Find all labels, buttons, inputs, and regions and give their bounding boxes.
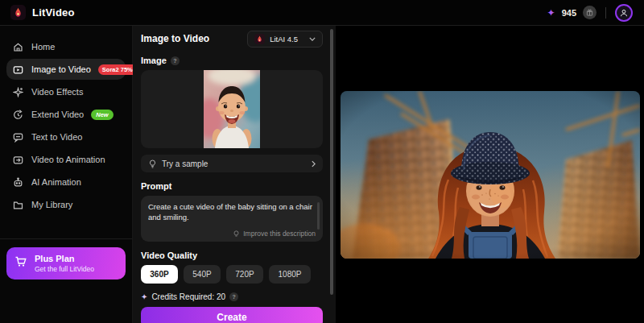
sidebar-item-label: Extend Video [31, 110, 84, 119]
new-badge: New [91, 110, 113, 120]
credits-count: 945 [562, 8, 576, 18]
sidebar-item-text-to-video[interactable]: Text to Video [6, 126, 126, 147]
model-name: LitAI 4.5 [270, 35, 298, 43]
quality-1080p-button[interactable]: 1080P [269, 265, 311, 284]
improve-description-label: Improve this description [243, 230, 316, 238]
plus-plan-card[interactable]: Plus Plan Get the full LitVideo [6, 247, 126, 280]
sidebar-item-label: AI Animation [31, 177, 81, 187]
panel-header: Image to Video LitAI 4.5 [141, 31, 323, 47]
result-preview-area [336, 26, 644, 323]
gift-icon[interactable] [583, 6, 597, 19]
main-area: Home Image to Video Sora2 75%OFF [0, 26, 644, 323]
flame-logo-icon [10, 5, 26, 20]
sidebar-divider [0, 238, 132, 239]
try-sample-label: Try a sample [162, 159, 208, 168]
brand-name: LitVideo [32, 6, 75, 19]
credits-required-label: Credits Required: 20 [151, 292, 225, 301]
video-effects-icon [13, 86, 24, 97]
plan-subtitle: Get the full LitVideo [35, 265, 94, 273]
sidebar-item-label: Image to Video [31, 64, 91, 74]
panel-title: Image to Video [141, 33, 209, 44]
sidebar-item-video-effects[interactable]: Video Effects [6, 81, 126, 102]
image-upload-preview[interactable] [141, 70, 323, 148]
prompt-section-label: Prompt [141, 181, 323, 191]
sidebar-item-label: Video Effects [31, 87, 83, 97]
prompt-input[interactable]: Create a cute video of the baby sitting … [148, 201, 313, 227]
prompt-scrollbar[interactable] [317, 202, 320, 230]
sidebar-item-label: My Library [31, 200, 72, 209]
bulb-icon [148, 159, 157, 168]
quality-720p-button[interactable]: 720P [226, 265, 263, 284]
panel-scrollbar[interactable] [330, 29, 333, 295]
generated-video-preview[interactable] [341, 91, 640, 259]
brand-logo[interactable]: LitVideo [0, 5, 75, 20]
plan-text: Plus Plan Get the full LitVideo [35, 254, 94, 273]
extend-video-icon [13, 109, 24, 120]
folder-icon [13, 199, 24, 210]
sidebar-item-home[interactable]: Home [6, 36, 126, 57]
sidebar-item-image-to-video[interactable]: Image to Video Sora2 75%OFF [6, 59, 126, 80]
baby-thumbnail [204, 70, 260, 148]
sidebar-item-label: Video to Animation [31, 155, 105, 164]
improve-description-button[interactable]: Improve this description [233, 230, 316, 238]
sidebar-item-ai-animation[interactable]: AI Animation [6, 172, 126, 193]
sidebar-item-extend-video[interactable]: Extend Video New [6, 104, 126, 125]
quality-540p-button[interactable]: 540P [184, 265, 221, 284]
chevron-down-icon [309, 37, 316, 41]
quality-label-text: Video Quality [141, 251, 197, 260]
credits-help-icon[interactable]: ? [229, 292, 238, 301]
quality-section-label: Video Quality [141, 251, 323, 260]
chevron-right-icon [312, 160, 316, 168]
girl-preview-art [341, 91, 640, 259]
image-label-text: Image [141, 56, 167, 65]
quality-360p-button[interactable]: 360P [141, 265, 178, 284]
topbar-divider [605, 7, 606, 19]
model-select[interactable]: LitAI 4.5 [247, 31, 323, 48]
ai-animation-icon [13, 176, 24, 188]
generation-panel: Image to Video LitAI 4.5 [133, 26, 336, 323]
sidebar-item-label: Text to Video [31, 132, 82, 142]
avatar[interactable] [615, 4, 633, 22]
credits-sparkle-icon: ✦ [547, 8, 555, 18]
sidebar-item-video-to-animation[interactable]: Video to Animation [6, 149, 126, 170]
credits-required-row: ✦ Credits Required: 20 ? [141, 292, 323, 301]
model-flame-icon [254, 34, 265, 44]
top-bar: LitVideo ✦ 945 [0, 0, 644, 26]
sidebar-item-label: Home [31, 42, 55, 52]
topbar-right: ✦ 945 [547, 4, 644, 22]
sidebar: Home Image to Video Sora2 75%OFF [0, 26, 133, 323]
help-icon[interactable]: ? [171, 56, 180, 65]
create-button[interactable]: Create [141, 307, 323, 323]
prompt-label-text: Prompt [141, 181, 172, 191]
prompt-box: Create a cute video of the baby sitting … [141, 196, 323, 242]
cart-icon [14, 255, 27, 271]
sidebar-item-my-library[interactable]: My Library [6, 194, 126, 215]
home-icon [13, 41, 24, 52]
image-to-video-icon [13, 64, 24, 75]
try-sample-row[interactable]: Try a sample [141, 155, 323, 172]
app-window: LitVideo ✦ 945 [0, 0, 644, 323]
image-section-label: Image ? [141, 56, 323, 65]
text-to-video-icon [13, 131, 24, 143]
quality-options: 360P 540P 720P 1080P [141, 265, 323, 284]
sparkle-icon: ✦ [141, 293, 147, 301]
video-to-animation-icon [13, 154, 24, 165]
plan-title: Plus Plan [35, 254, 94, 263]
